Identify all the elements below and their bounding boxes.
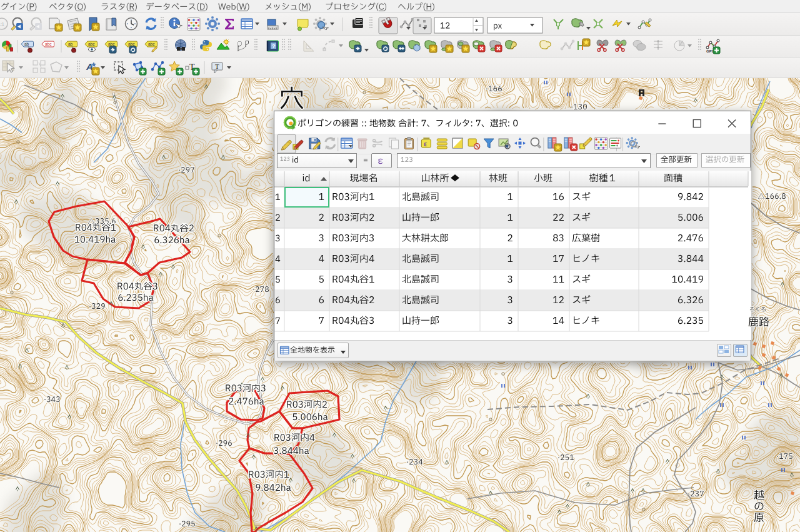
svg-text:abc: abc <box>108 42 115 46</box>
svg-text:ab: ab <box>68 42 73 46</box>
svg-text:abc: abc <box>128 42 135 46</box>
svg-text:abc: abc <box>148 42 155 46</box>
svg-text:abc: abc <box>88 42 95 46</box>
svg-text:T: T <box>215 63 219 70</box>
svg-text:1:1: 1:1 <box>0 22 4 26</box>
svg-text:ab: ab <box>24 42 29 46</box>
svg-text:ε: ε <box>424 139 427 148</box>
svg-text:?: ? <box>272 43 276 49</box>
svg-text:abc: abc <box>45 42 52 46</box>
